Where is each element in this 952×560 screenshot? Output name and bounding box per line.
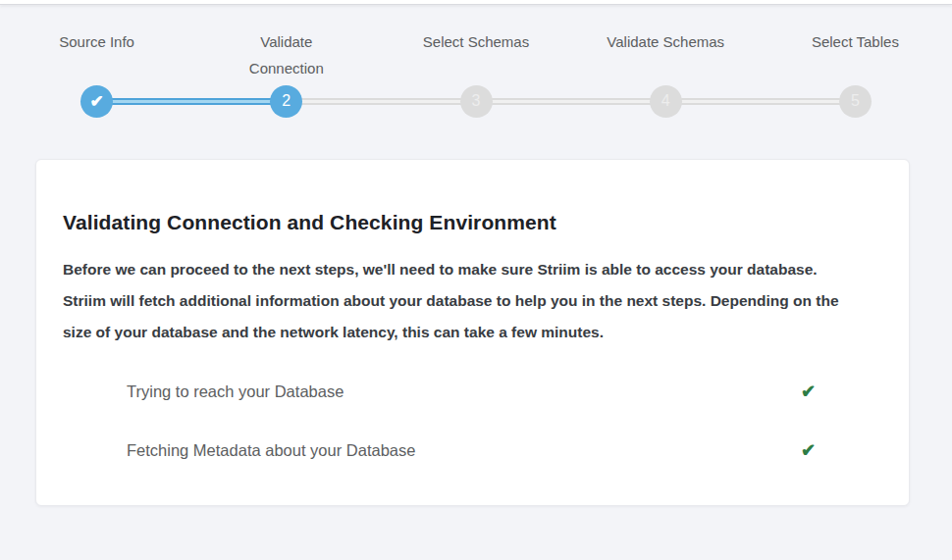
step-circle-4: 4 [650,85,682,118]
step-label: Source Info [2,28,191,83]
step-validate-connection[interactable]: Validate Connection 2 [191,28,381,119]
step-connector [679,98,764,105]
step-track: 2 [191,83,381,119]
check-row-fetch-metadata: Fetching Metadata about your Database ✔ [63,421,882,480]
check-row-label: Trying to reach your Database [127,382,344,401]
step-track: 3 [381,83,570,119]
step-track: ✔ [2,83,191,119]
step-number: 3 [472,92,481,110]
step-connector [378,98,462,105]
validation-check-list: Trying to reach your Database ✔ Fetching… [63,362,882,480]
step-source-info[interactable]: Source Info ✔ [2,28,191,119]
step-circle-2: 2 [270,85,302,118]
step-circle-1: ✔ [80,85,113,118]
step-number: 4 [661,92,670,110]
success-check-icon: ✔ [801,382,816,400]
check-row-label: Fetching Metadata about your Database [127,441,415,460]
card-description: Before we can proceed to the next steps,… [63,254,882,348]
step-label: Validate Connection [191,28,381,83]
step-connector [758,98,842,105]
step-connector [188,98,273,105]
step-label: Select Schemas [381,28,570,83]
description-line: size of your database and the network la… [63,317,882,348]
step-number: 2 [282,92,291,110]
top-header-edge [0,0,952,5]
step-connector [299,98,384,105]
step-circle-5: 5 [839,85,872,118]
step-label: Validate Schemas [571,28,761,83]
step-validate-schemas[interactable]: Validate Schemas 4 [571,28,761,119]
step-number: 5 [851,92,860,110]
step-circle-3: 3 [460,85,493,118]
step-label: Select Tables [761,28,950,83]
wizard-page: Source Info ✔ Validate Connection 2 [0,0,952,560]
check-icon: ✔ [89,93,103,110]
step-connector [490,98,574,105]
check-row-reach-database: Trying to reach your Database ✔ [63,362,882,421]
step-track: 4 [571,83,761,119]
description-line: Striim will fetch additional information… [63,285,882,317]
description-line: Before we can proceed to the next steps,… [63,254,882,285]
step-connector [110,98,194,105]
wizard-stepper: Source Info ✔ Validate Connection 2 [0,28,952,119]
success-check-icon: ✔ [801,441,816,459]
step-select-tables[interactable]: Select Tables 5 [761,28,950,119]
step-select-schemas[interactable]: Select Schemas 3 [381,28,570,119]
step-connector [568,98,653,105]
step-track: 5 [761,83,950,119]
validation-card: Validating Connection and Checking Envir… [35,159,910,506]
card-title: Validating Connection and Checking Envir… [63,211,882,234]
